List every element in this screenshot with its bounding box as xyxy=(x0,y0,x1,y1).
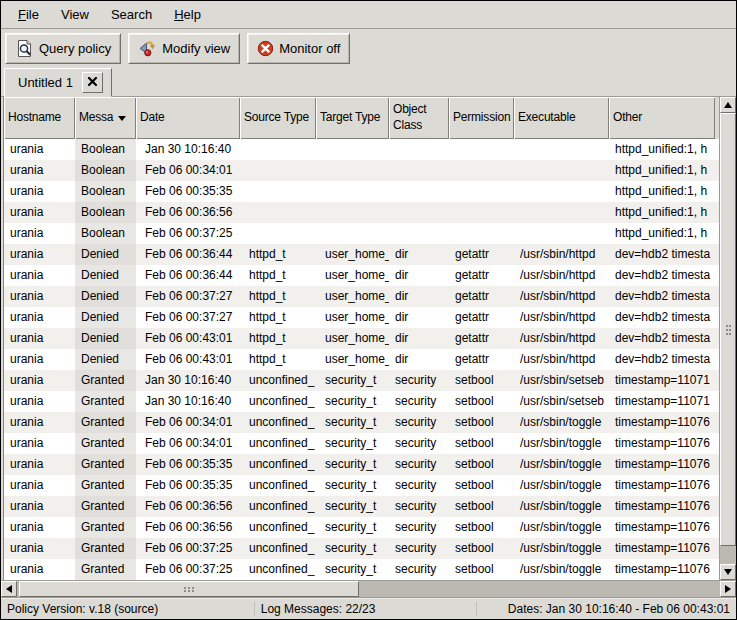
menu-view[interactable]: View xyxy=(50,2,100,27)
cell-executable: /usr/sbin/toggle xyxy=(514,496,609,517)
log-row[interactable]: uraniaGrantedFeb 06 00:34:01unconfined_s… xyxy=(4,412,719,433)
scroll-right-button[interactable] xyxy=(720,581,736,597)
cell-source-type: unconfined_ xyxy=(240,433,316,454)
header-cell-executable[interactable]: Executable xyxy=(514,97,609,139)
cell-messa: Denied xyxy=(75,328,136,349)
cell-executable: /usr/sbin/setseb xyxy=(514,370,609,391)
header-cell-source-type[interactable]: Source Type xyxy=(240,97,316,139)
cell-object-class xyxy=(389,160,449,181)
cell-date: Feb 06 00:35:35 xyxy=(136,454,240,475)
log-row[interactable]: uraniaGrantedFeb 06 00:37:25unconfined_s… xyxy=(4,559,719,580)
arrow-right-icon xyxy=(725,585,731,593)
cell-other: dev=hdb2 timesta xyxy=(609,286,715,307)
header-label: Other xyxy=(613,110,642,126)
log-row[interactable]: uraniaGrantedFeb 06 00:36:56unconfined_s… xyxy=(4,517,719,538)
cell-hostname: urania xyxy=(4,223,75,244)
cell-target-type: security_t xyxy=(316,517,389,538)
cell-target-type: security_t xyxy=(316,391,389,412)
horizontal-scrollbar-thumb[interactable] xyxy=(19,581,359,597)
cell-executable xyxy=(514,202,609,223)
log-row[interactable]: uraniaGrantedFeb 06 00:35:35unconfined_s… xyxy=(4,454,719,475)
cell-target-type xyxy=(316,223,389,244)
cell-permission xyxy=(449,181,514,202)
cell-executable: /usr/sbin/toggle xyxy=(514,475,609,496)
header-cell-messa[interactable]: Messa xyxy=(75,97,136,139)
cell-object-class: dir xyxy=(389,307,449,328)
cell-hostname: urania xyxy=(4,328,75,349)
cell-permission: setbool xyxy=(449,496,514,517)
cell-messa: Denied xyxy=(75,307,136,328)
cell-permission: getattr xyxy=(449,349,514,370)
log-row[interactable]: uraniaGrantedFeb 06 00:37:25unconfined_s… xyxy=(4,538,719,559)
menu-file[interactable]: File xyxy=(7,2,50,27)
header-cell-other[interactable]: Other xyxy=(609,97,715,139)
log-row[interactable]: uraniaBooleanFeb 06 00:37:25httpd_unifie… xyxy=(4,223,719,244)
arrow-up-icon xyxy=(724,102,732,108)
horizontal-scrollbar-track[interactable] xyxy=(17,581,720,597)
vertical-scrollbar-thumb[interactable] xyxy=(720,113,736,546)
log-row[interactable]: uraniaGrantedFeb 06 00:36:56unconfined_s… xyxy=(4,496,719,517)
log-row[interactable]: uraniaBooleanJan 30 10:16:40httpd_unifie… xyxy=(4,139,719,160)
cell-hostname: urania xyxy=(4,139,75,160)
cell-object-class: security xyxy=(389,496,449,517)
header-cell-permission[interactable]: Permission xyxy=(449,97,514,139)
cell-hostname: urania xyxy=(4,559,75,580)
cell-executable: /usr/sbin/toggle xyxy=(514,538,609,559)
log-row[interactable]: uraniaGrantedFeb 06 00:34:01unconfined_s… xyxy=(4,433,719,454)
cell-executable xyxy=(514,181,609,202)
cell-target-type: user_home_ xyxy=(316,286,389,307)
cell-source-type: unconfined_ xyxy=(240,391,316,412)
log-row[interactable]: uraniaDeniedFeb 06 00:43:01httpd_tuser_h… xyxy=(4,328,719,349)
cell-messa: Boolean xyxy=(75,223,136,244)
grip-icon xyxy=(726,325,728,327)
cell-executable xyxy=(514,160,609,181)
cell-permission: getattr xyxy=(449,328,514,349)
horizontal-scrollbar[interactable] xyxy=(1,580,736,597)
header-label: Messa xyxy=(79,110,113,126)
tab-close-button[interactable] xyxy=(82,72,103,93)
menu-search[interactable]: Search xyxy=(100,2,163,27)
cell-date: Feb 06 00:35:35 xyxy=(136,475,240,496)
log-row[interactable]: uraniaBooleanFeb 06 00:34:01httpd_unifie… xyxy=(4,160,719,181)
header-cell-hostname[interactable]: Hostname xyxy=(4,97,75,139)
header-cell-target-type[interactable]: Target Type xyxy=(316,97,389,139)
header-label: Permission xyxy=(453,110,510,126)
cell-permission: setbool xyxy=(449,517,514,538)
log-row[interactable]: uraniaBooleanFeb 06 00:35:35httpd_unifie… xyxy=(4,181,719,202)
cell-object-class: dir xyxy=(389,349,449,370)
cell-messa: Granted xyxy=(75,559,136,580)
cell-source-type: httpd_t xyxy=(240,328,316,349)
log-row[interactable]: uraniaGrantedFeb 06 00:35:35unconfined_s… xyxy=(4,475,719,496)
cell-executable xyxy=(514,139,609,160)
vertical-scrollbar-track[interactable] xyxy=(720,113,736,564)
log-row[interactable]: uraniaDeniedFeb 06 00:36:44httpd_tuser_h… xyxy=(4,265,719,286)
modify-view-button[interactable]: Modify view xyxy=(128,33,240,64)
cell-permission xyxy=(449,202,514,223)
log-row[interactable]: uraniaGrantedJan 30 10:16:40unconfined_s… xyxy=(4,391,719,412)
header-cell-object-class[interactable]: Object Class xyxy=(389,97,449,139)
cell-permission: getattr xyxy=(449,286,514,307)
cell-other: timestamp=11076 xyxy=(609,454,715,475)
cell-permission: setbool xyxy=(449,475,514,496)
log-row[interactable]: uraniaBooleanFeb 06 00:36:56httpd_unifie… xyxy=(4,202,719,223)
cell-hostname: urania xyxy=(4,433,75,454)
cell-date: Feb 06 00:37:25 xyxy=(136,538,240,559)
header-cell-date[interactable]: Date xyxy=(136,97,240,139)
scroll-left-button[interactable] xyxy=(1,581,17,597)
tab-untitled-1[interactable]: Untitled 1 xyxy=(4,68,112,97)
log-row[interactable]: uraniaDeniedFeb 06 00:36:44httpd_tuser_h… xyxy=(4,244,719,265)
cell-target-type: security_t xyxy=(316,433,389,454)
log-row[interactable]: uraniaDeniedFeb 06 00:37:27httpd_tuser_h… xyxy=(4,286,719,307)
scroll-down-button[interactable] xyxy=(720,564,736,580)
cell-source-type: httpd_t xyxy=(240,307,316,328)
toolbar-button-label: Query policy xyxy=(39,41,111,56)
log-row[interactable]: uraniaDeniedFeb 06 00:37:27httpd_tuser_h… xyxy=(4,307,719,328)
monitor-off-button[interactable]: Monitor off xyxy=(247,33,350,64)
vertical-scrollbar[interactable] xyxy=(719,97,736,580)
log-row[interactable]: uraniaGrantedJan 30 10:16:40unconfined_s… xyxy=(4,370,719,391)
query-policy-button[interactable]: Query policy xyxy=(5,33,121,64)
scroll-up-button[interactable] xyxy=(720,97,736,113)
menu-help[interactable]: Help xyxy=(163,2,212,27)
log-row[interactable]: uraniaDeniedFeb 06 00:43:01httpd_tuser_h… xyxy=(4,349,719,370)
cell-date: Feb 06 00:43:01 xyxy=(136,328,240,349)
